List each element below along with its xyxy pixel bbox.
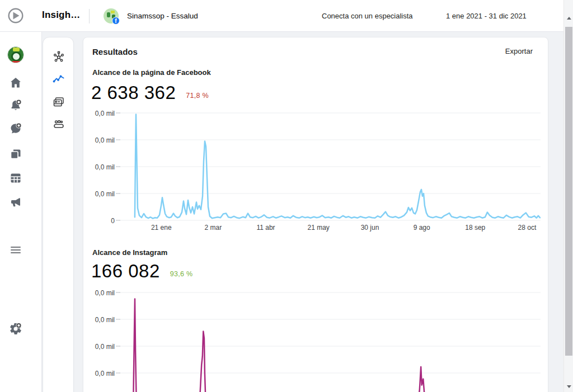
- trends-chart-icon[interactable]: [52, 72, 65, 86]
- facebook-reach-delta: 71,8 %: [186, 92, 209, 100]
- connect-specialist-link[interactable]: Conecta con un especialista: [322, 12, 413, 20]
- x-axis-label: 2 mar: [205, 224, 222, 232]
- results-card: Resultados Exportar Alcance de la página…: [83, 37, 548, 392]
- y-axis-label: 0,0 mil: [95, 370, 115, 377]
- menu-hamburger-icon[interactable]: [9, 243, 22, 257]
- audience-people-icon[interactable]: [52, 118, 65, 131]
- topbar-divider: [89, 9, 90, 23]
- facebook-metric-row: 2 638 362 71,8 %: [91, 82, 209, 103]
- posts-stack-icon[interactable]: [9, 147, 22, 160]
- sidebar-page-avatar[interactable]: [7, 46, 24, 63]
- facebook-reach-title: Alcance de la página de Facebook: [92, 68, 211, 77]
- main-sidebar: [0, 32, 42, 392]
- instagram-reach-total: 166 082: [91, 261, 160, 282]
- planner-grid-icon[interactable]: [9, 171, 22, 185]
- page-name[interactable]: Sinamssop - Essalud: [127, 12, 198, 20]
- facebook-badge-icon: f: [112, 17, 120, 25]
- x-axis-label: 30 jun: [361, 224, 379, 232]
- instagram-reach-chart: 0,0 mil0,0 mil0,0 mil0,0 mil: [90, 288, 543, 392]
- insights-subnav: [43, 37, 74, 392]
- page-logo-image: [7, 46, 24, 63]
- scrollbar-thumb[interactable]: [565, 27, 572, 356]
- overview-hub-icon[interactable]: [52, 50, 65, 63]
- x-axis-label: 28 oct: [518, 224, 537, 232]
- y-axis-label: 0,0 mil: [95, 343, 115, 351]
- facebook-reach-chart: 0,0 mil0,0 mil0,0 mil0,0 mil021 ene2 mar…: [90, 108, 543, 238]
- instagram-reach-delta: 93,6 %: [170, 270, 193, 278]
- x-axis-label: 18 sep: [465, 224, 485, 232]
- ads-megaphone-icon[interactable]: [9, 196, 22, 209]
- y-axis-label: 0,0 mil: [95, 136, 115, 144]
- messages-bubble-icon[interactable]: [9, 122, 22, 135]
- y-axis-label: 0,0 mil: [95, 110, 115, 117]
- app-title: Insigh…: [42, 10, 80, 21]
- chart-line: [133, 299, 426, 392]
- y-axis-label: 0: [111, 217, 115, 225]
- page-switcher-avatar[interactable]: f: [104, 8, 119, 23]
- y-axis-label: 0,0 mil: [95, 190, 115, 198]
- home-icon[interactable]: [9, 76, 22, 89]
- y-axis-label: 0,0 mil: [95, 163, 115, 171]
- export-button[interactable]: Exportar: [505, 47, 533, 55]
- x-axis-label: 21 may: [307, 224, 329, 232]
- x-axis-label: 9 ago: [414, 224, 430, 232]
- date-range-selector[interactable]: 1 ene 2021 - 31 dic 2021: [446, 12, 527, 20]
- facebook-reach-total: 2 638 362: [91, 82, 176, 103]
- business-suite-logo-icon[interactable]: [7, 7, 24, 24]
- y-axis-label: 0,0 mil: [95, 289, 115, 297]
- y-axis-label: 0,0 mil: [95, 316, 115, 324]
- content-cards-icon[interactable]: [52, 96, 65, 109]
- x-axis-label: 21 ene: [151, 224, 172, 232]
- settings-gear-icon[interactable]: [9, 322, 22, 336]
- scroll-down-arrow-icon[interactable]: [567, 385, 571, 388]
- instagram-metric-row: 166 082 93,6 %: [91, 261, 193, 282]
- instagram-reach-title: Alcance de Instagram: [92, 248, 167, 257]
- vertical-scrollbar[interactable]: [563, 0, 573, 392]
- notifications-bell-icon[interactable]: [9, 98, 22, 112]
- scroll-up-arrow-icon[interactable]: [567, 17, 571, 20]
- section-title: Resultados: [92, 47, 138, 56]
- top-bar: Insigh… f Sinamssop - Essalud Conecta co…: [0, 0, 573, 32]
- x-axis-label: 11 abr: [256, 224, 275, 232]
